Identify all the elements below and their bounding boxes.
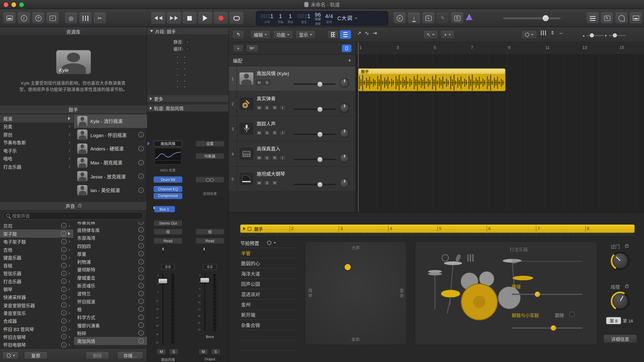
strip-mute-button[interactable]: M [199,349,208,354]
list-editors-button[interactable] [586,12,599,24]
download-icon[interactable]: ↓ [61,310,66,316]
mute-toggle[interactable] [185,40,190,44]
rewind-button[interactable] [151,12,166,24]
pan-knob[interactable] [204,246,204,254]
loop-toggle[interactable] [185,47,190,51]
horizontal-auto-zoom-icon[interactable]: ⇔ [558,30,564,36]
vertical-auto-zoom-icon[interactable]: ⇕ [550,30,554,36]
patch-row[interactable]: 底特律车库↓ [74,226,147,234]
channel-fader[interactable]: 606121824304060 [196,272,224,332]
download-icon[interactable]: ↓ [138,275,144,280]
tambourine-icon[interactable] [442,254,449,262]
preset-row[interactable]: 新开端 [240,310,298,320]
track-solo-button[interactable]: S [264,105,270,110]
download-icon[interactable]: ↓ [61,263,66,268]
master-volume-slider[interactable] [503,17,560,19]
track-name[interactable]: 跟踪人声 [257,120,276,127]
quick-help-button[interactable]: ? [32,12,44,24]
note-pads-button[interactable]: ✎ [601,12,613,24]
download-icon[interactable]: ↓ [61,239,66,244]
instrument-row[interactable]: 快速采样器↓› [0,293,74,301]
lcd-display[interactable]: 0011 小节 1 节拍 1 等位 0011 音位 96 保留 速度 [256,11,388,26]
instrument-row[interactable]: 钢琴↓› [0,285,74,293]
patch-row[interactable]: 厚重↓ [74,250,147,258]
zoom-button[interactable] [19,3,24,7]
send-knob[interactable] [154,205,154,213]
download-icon[interactable]: ↓ [61,302,66,308]
slider-knob[interactable] [318,107,322,112]
download-icon[interactable]: ↓ [61,231,66,236]
download-icon[interactable]: ↓ [138,251,144,256]
handclap-icon[interactable] [468,254,475,262]
sound-search-field[interactable] [3,212,144,220]
download-icon[interactable]: ↓ [61,326,66,331]
track-pan-knob[interactable] [340,128,349,138]
strip-mute-button[interactable]: M [157,349,166,354]
view-menu[interactable]: 显示 [295,30,316,39]
strip-solo-button[interactable]: S [211,349,220,354]
toolbar-toggle-button[interactable]: ✓ [46,12,59,24]
category-row-rock[interactable]: 摇滚 [0,114,74,122]
slider-knob[interactable] [551,325,556,331]
instrument-row[interactable]: 录音室铜管乐器↓› [0,301,74,309]
preset-row-selected[interactable]: 半管 [240,248,298,258]
track-pan-knob[interactable] [340,178,349,188]
patch-row[interactable]: 布鲁克林↓ [74,222,147,226]
shaker-icon[interactable] [455,254,461,262]
instrument-row[interactable]: 贝司↓› [0,222,74,230]
command-tool-menu[interactable]: + [440,30,455,39]
eq-slot[interactable]: 均衡器 [196,153,224,159]
gear-icon[interactable] [267,241,272,245]
download-icon[interactable]: ↓ [138,299,144,304]
preset-row[interactable]: 杂集合锦 [240,320,298,330]
patch-row[interactable]: 摩城重击↓ [74,274,147,281]
track-name[interactable]: 施坦威大钢琴 [257,170,285,177]
swing-knob[interactable] [611,292,630,311]
play-button[interactable] [198,12,212,24]
download-icon[interactable]: ↓ [138,160,144,165]
instrument-row[interactable]: 吉他↓› [0,246,74,253]
download-icon[interactable]: ↓ [138,306,144,312]
eq-thumbnail[interactable] [154,148,182,164]
track-solo-button[interactable]: S [264,155,270,160]
category-row-electronic[interactable]: 电子乐› [0,146,74,154]
instrument-row[interactable]: 怀旧古钢琴↓› [0,333,74,341]
download-icon[interactable]: ↓ [61,247,66,252]
lock-icon[interactable] [625,245,628,248]
kick-snare-slider[interactable] [512,327,582,329]
flex-icon[interactable]: ∿ [365,30,369,36]
channel-name-box[interactable]: 南加风情 [154,141,182,147]
browsers-button[interactable] [630,12,642,24]
flex-button[interactable]: ∿ [422,12,434,24]
download-icon[interactable]: ↓ [138,330,144,336]
instrument-row[interactable]: 怀旧 B3 管风琴↓› [0,325,74,333]
region-inspector-header[interactable]: 片段: 鼓手 [147,27,228,35]
group-slot[interactable]: 组 [154,229,182,235]
smart-controls-button[interactable]: ◎ [65,12,77,24]
library-action-menu-button[interactable] [2,351,19,359]
slider-knob[interactable] [535,292,540,297]
track-input-monitor-button[interactable]: I [279,130,286,135]
track-name[interactable]: 高保真直入 [257,145,280,152]
volume-value-box[interactable]: 0.0 [161,264,175,270]
output-slot[interactable]: Stereo Out [154,220,182,226]
drummer-card-max[interactable]: Max - 朋克摇滚↓ [74,156,147,170]
patch-row[interactable]: 粉碎↓ [74,329,147,337]
track-lanes[interactable]: 鼓手 [355,55,644,212]
track-inspector-header[interactable]: 轨道: 南加风情 [147,104,228,112]
track-record-button[interactable]: R [272,105,278,110]
track-header-2[interactable]: 2 真实弹奏 M S R I [229,91,355,116]
download-icon[interactable]: ↓ [61,287,66,292]
track-pan-knob[interactable] [340,153,349,163]
patch-row[interactable]: 利物浦↓ [74,258,147,265]
slider-knob[interactable] [512,259,517,264]
patch-row[interactable]: 曼彻斯特↓ [74,266,147,274]
slider-knob[interactable] [590,33,594,38]
loud-complex-xy-pad[interactable]: 大声 柔和 简单 复杂 [305,242,406,345]
track-name[interactable]: 真实弹奏 [257,95,276,102]
tuner-icon[interactable] [466,14,473,20]
preset-row[interactable]: 脆弱的心 [240,258,298,269]
strip-solo-button[interactable]: S [169,349,178,354]
follow-checkbox[interactable] [570,312,574,317]
fills-knob[interactable] [611,251,630,270]
